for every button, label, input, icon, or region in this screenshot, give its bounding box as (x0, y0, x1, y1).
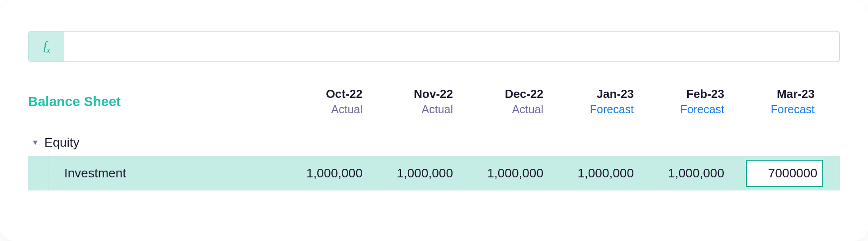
column-header-row: Balance Sheet Oct-22 Actual Nov-22 Actua… (28, 87, 840, 116)
cell-value[interactable]: 1,000,000 (283, 166, 373, 181)
col-header-oct-22: Oct-22 Actual (283, 87, 373, 116)
section-row-equity[interactable]: ▼ Equity (28, 132, 840, 153)
col-header-nov-22: Nov-22 Actual (373, 87, 464, 116)
col-month: Oct-22 (283, 87, 363, 102)
col-month: Jan-23 (554, 87, 634, 102)
cell-value[interactable]: 1,000,000 (464, 166, 554, 181)
col-type: Forecast (735, 102, 815, 117)
col-header-mar-23: Mar-23 Forecast (735, 87, 826, 116)
col-header-jan-23: Jan-23 Forecast (554, 87, 645, 116)
col-type: Forecast (645, 102, 724, 117)
cell-value[interactable]: 1,000,000 (645, 166, 735, 181)
caret-down-icon: ▼ (30, 139, 41, 147)
sheet-card: fx Balance Sheet Oct-22 Actual Nov-22 Ac… (0, 0, 868, 241)
section-label: Equity (44, 135, 80, 150)
col-type: Actual (464, 102, 543, 117)
col-header-dec-22: Dec-22 Actual (464, 87, 554, 116)
fx-icon: fx (43, 38, 50, 55)
cell-edit-wrap (735, 160, 826, 187)
table-row[interactable]: Investment 1,000,000 1,000,000 1,000,000… (28, 156, 840, 190)
cell-value[interactable]: 1,000,000 (373, 166, 464, 181)
row-label: Investment (28, 166, 283, 181)
col-month: Mar-23 (735, 87, 815, 102)
col-type: Forecast (554, 102, 634, 117)
formula-icon-box[interactable]: fx (29, 32, 64, 61)
cell-edit-input[interactable] (746, 160, 823, 187)
formula-input[interactable] (64, 32, 839, 61)
col-header-feb-23: Feb-23 Forecast (645, 87, 735, 116)
cell-value[interactable]: 1,000,000 (554, 166, 645, 181)
col-month: Nov-22 (373, 87, 453, 102)
col-type: Actual (373, 102, 453, 117)
col-month: Feb-23 (645, 87, 724, 102)
sheet-title: Balance Sheet (28, 94, 283, 109)
col-month: Dec-22 (464, 87, 543, 102)
formula-bar: fx (28, 31, 840, 62)
col-type: Actual (283, 102, 363, 117)
